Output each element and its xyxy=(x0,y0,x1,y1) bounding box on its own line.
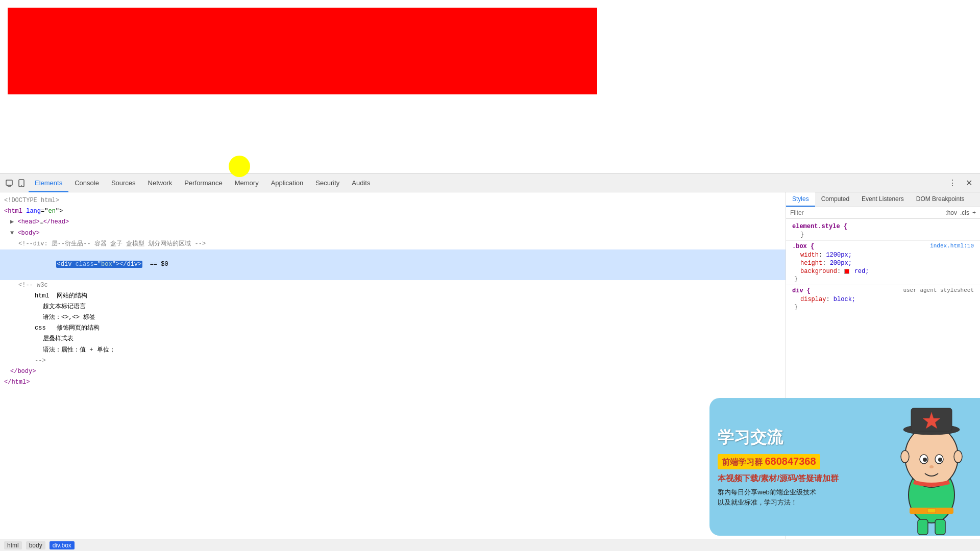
code-div-selected[interactable]: <div class="box"></div> == $0 xyxy=(0,249,786,280)
breadcrumb-div[interactable]: div.box xyxy=(50,541,75,549)
code-text4: css 修饰网页的结构 xyxy=(0,323,786,334)
ad-qq-number: 680847368 xyxy=(765,456,816,467)
svg-rect-16 xyxy=(927,509,936,513)
close-devtools-icon[interactable]: ✕ xyxy=(964,178,974,188)
tab-security[interactable]: Security xyxy=(309,174,346,192)
styles-prop-height: height: 200px; xyxy=(792,259,974,267)
tab-console[interactable]: Console xyxy=(68,174,105,192)
code-text5: 层叠样式表 xyxy=(0,334,786,344)
svg-point-10 xyxy=(923,458,927,462)
svg-point-14 xyxy=(954,450,962,463)
code-comment1: <!--div: 层--衍生品-- 容器 盒子 盒模型 划分网站的区域 --> xyxy=(0,239,786,249)
toolbar-right: ⋮ ✕ xyxy=(947,178,976,188)
ad-title: 学习交流 xyxy=(718,427,875,449)
svg-rect-17 xyxy=(918,519,928,535)
tab-memory[interactable]: Memory xyxy=(229,174,265,192)
breadcrumb-html[interactable]: html xyxy=(4,541,22,549)
code-body-close: </body> xyxy=(0,366,786,377)
styles-selector: element.style { xyxy=(792,223,974,230)
ad-qq-label: 前端学习群 xyxy=(722,458,763,466)
devtools-panel: Elements Console Sources Network Perform… xyxy=(0,173,980,551)
svg-point-12 xyxy=(929,465,934,468)
overlay-ad: 学习交流 前端学习群 680847368 本视频下载/素材/源码/答疑请加群 群… xyxy=(709,398,980,536)
hov-button[interactable]: :hov xyxy=(945,209,957,216)
code-comment3: --> xyxy=(0,356,786,366)
styles-tabs: Styles Computed Event Listeners DOM Brea… xyxy=(786,192,980,207)
code-html-open: <html lang="en"> xyxy=(0,206,786,217)
styles-filter-bar: :hov .cls + xyxy=(786,207,980,219)
code-text2: 超文本标记语言 xyxy=(0,302,786,312)
cursor-indicator xyxy=(229,156,250,177)
browser-viewport xyxy=(0,0,980,173)
tab-network[interactable]: Network xyxy=(142,174,179,192)
breadcrumb-body[interactable]: body xyxy=(26,541,45,549)
svg-point-11 xyxy=(938,458,942,462)
styles-filter-input[interactable] xyxy=(790,209,941,216)
code-comment2: <!-- w3c xyxy=(0,280,786,291)
styles-tab-event-listeners[interactable]: Event Listeners xyxy=(855,192,910,207)
ad-line2: 本视频下载/素材/源码/答疑请加群 xyxy=(718,473,875,484)
red-box xyxy=(8,8,597,94)
ad-desc: 群内每日分享web前端企业级技术以及就业标准，学习方法！ xyxy=(718,487,875,507)
code-text1: html 网站的结构 xyxy=(0,291,786,302)
svg-rect-18 xyxy=(935,519,945,535)
code-head: ▶ <head>…</head> xyxy=(0,217,786,228)
styles-selector-div: div { user agent stylesheet xyxy=(792,287,974,294)
styles-rule-div: div { user agent stylesheet display: blo… xyxy=(786,285,980,313)
tab-performance[interactable]: Performance xyxy=(178,174,228,192)
code-html-close: </html> xyxy=(0,377,786,388)
tab-elements[interactable]: Elements xyxy=(29,174,68,192)
devtools-breadcrumb: html body div.box xyxy=(0,539,980,551)
color-swatch[interactable] xyxy=(844,269,849,274)
code-text6: 语法：属性：值 + 单位； xyxy=(0,345,786,356)
code-body-open: ▼ <body> xyxy=(0,228,786,239)
styles-source-box[interactable]: index.html:10 xyxy=(930,243,974,249)
svg-rect-0 xyxy=(6,180,12,185)
svg-point-4 xyxy=(905,426,958,487)
code-doctype: <!DOCTYPE html> xyxy=(0,195,786,206)
ad-character xyxy=(883,398,980,536)
devtools-tabs: Elements Console Sources Network Perform… xyxy=(29,174,947,192)
styles-source-div: user agent stylesheet xyxy=(903,287,974,293)
styles-prop-display: display: block; xyxy=(792,295,974,304)
add-style-button[interactable]: + xyxy=(972,209,976,216)
styles-filter-actions: :hov .cls + xyxy=(945,209,976,216)
tab-application[interactable]: Application xyxy=(265,174,310,192)
styles-prop-background: background: red; xyxy=(792,267,974,276)
styles-tab-dom-breakpoints[interactable]: DOM Breakpoints xyxy=(910,192,971,207)
styles-tab-styles[interactable]: Styles xyxy=(786,192,815,207)
more-options-icon[interactable]: ⋮ xyxy=(947,178,958,188)
ad-content: 学习交流 前端学习群 680847368 本视频下载/素材/源码/答疑请加群 群… xyxy=(709,418,883,515)
devtools-toolbar: Elements Console Sources Network Perform… xyxy=(0,174,980,192)
cls-button[interactable]: .cls xyxy=(960,209,969,216)
styles-tab-computed[interactable]: Computed xyxy=(815,192,855,207)
styles-rule-element: element.style { } xyxy=(786,221,980,241)
svg-point-13 xyxy=(901,450,909,463)
styles-rule-box: .box { index.html:10 width: 1200px; heig… xyxy=(786,241,980,285)
tab-audits[interactable]: Audits xyxy=(346,174,376,192)
inspect-icon[interactable] xyxy=(4,178,14,188)
tab-sources[interactable]: Sources xyxy=(105,174,142,192)
styles-selector-box: .box { index.html:10 xyxy=(792,243,974,250)
svg-point-2 xyxy=(21,185,22,186)
device-icon[interactable] xyxy=(16,178,27,188)
elements-panel[interactable]: <!DOCTYPE html> <html lang="en"> ▶ <head… xyxy=(0,192,786,551)
styles-prop-width: width: 1200px; xyxy=(792,251,974,259)
ad-qq-row: 前端学习群 680847368 xyxy=(718,454,875,469)
code-text3: 语法：<>,<> 标签 xyxy=(0,312,786,323)
